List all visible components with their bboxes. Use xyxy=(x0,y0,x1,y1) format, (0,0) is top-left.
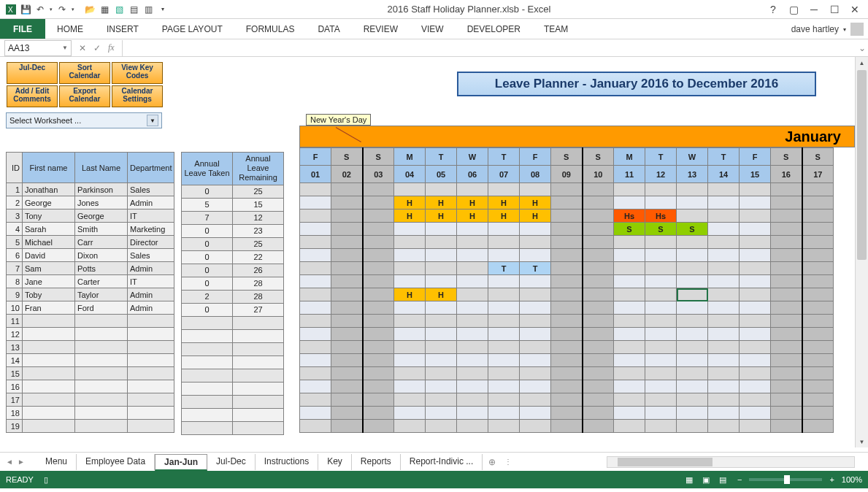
calendar-cell[interactable] xyxy=(520,380,551,393)
calendar-cell[interactable] xyxy=(520,315,551,328)
leave-row[interactable]: 026 xyxy=(182,264,284,277)
cell[interactable] xyxy=(128,393,174,407)
calendar-cell[interactable] xyxy=(551,301,583,315)
calendar-cell[interactable] xyxy=(363,236,394,249)
calendar-cell[interactable] xyxy=(677,236,708,249)
leave-row[interactable] xyxy=(182,408,284,421)
date-header[interactable]: 07 xyxy=(488,166,520,183)
cell[interactable]: 0 xyxy=(182,237,233,250)
redo-dropdown-icon[interactable]: ▾ xyxy=(70,3,76,16)
date-header[interactable]: 06 xyxy=(457,166,488,183)
calendar-cell[interactable] xyxy=(802,236,834,249)
undo-dropdown-icon[interactable]: ▾ xyxy=(48,3,54,16)
date-header[interactable]: 12 xyxy=(645,166,677,183)
calendar-cell[interactable] xyxy=(426,315,457,328)
calendar-cell[interactable] xyxy=(394,275,426,288)
cell[interactable] xyxy=(128,380,174,393)
calendar-cell[interactable] xyxy=(740,354,771,367)
calendar-cell[interactable] xyxy=(488,380,520,393)
tab-review[interactable]: REVIEW xyxy=(352,19,410,39)
calendar-cell[interactable] xyxy=(457,236,488,249)
day-header[interactable]: F xyxy=(740,148,771,166)
calendar-cell[interactable] xyxy=(802,328,834,341)
calendar-cell[interactable] xyxy=(300,380,331,393)
cell[interactable]: 0 xyxy=(182,264,233,277)
calendar-cell[interactable] xyxy=(645,393,677,407)
day-header[interactable]: W xyxy=(677,148,708,166)
calendar-cell[interactable] xyxy=(457,380,488,393)
calendar-cell[interactable]: H xyxy=(520,210,551,223)
calendar-cell[interactable] xyxy=(802,301,834,315)
calendar-row[interactable] xyxy=(300,301,834,315)
calendar-cell[interactable] xyxy=(771,249,802,262)
cell[interactable] xyxy=(23,420,75,433)
calendar-cell[interactable]: H xyxy=(457,210,488,223)
calendar-cell[interactable] xyxy=(363,275,394,288)
calendar-row[interactable] xyxy=(300,315,834,328)
calendar-cell[interactable]: H xyxy=(394,196,426,210)
cell[interactable] xyxy=(233,408,284,421)
calendar-cell[interactable] xyxy=(300,328,331,341)
calendar-cell[interactable] xyxy=(331,380,363,393)
calendar-cell[interactable] xyxy=(677,275,708,288)
calendar-cell[interactable] xyxy=(771,236,802,249)
calendar-cell[interactable] xyxy=(426,328,457,341)
calendar-cell[interactable] xyxy=(802,367,834,380)
calendar-grid[interactable]: FSSMTWTFSSMTWTFSS 0102030405060708091011… xyxy=(299,147,834,433)
calendar-cell[interactable] xyxy=(488,301,520,315)
staff-row[interactable]: 9TobyTaylorAdmin xyxy=(7,288,174,301)
calendar-cell[interactable] xyxy=(331,262,363,275)
cell[interactable]: 9 xyxy=(7,288,23,301)
staff-row[interactable]: 18 xyxy=(7,407,174,420)
date-header[interactable]: 09 xyxy=(551,166,583,183)
calendar-row[interactable]: SSS xyxy=(300,223,834,236)
calendar-cell[interactable] xyxy=(740,380,771,393)
staff-header[interactable]: First name xyxy=(23,153,75,183)
calendar-cell[interactable] xyxy=(300,341,331,354)
maximize-icon[interactable]: ☐ xyxy=(826,2,843,17)
calendar-cell[interactable] xyxy=(488,223,520,236)
date-header[interactable]: 05 xyxy=(426,166,457,183)
calendar-cell[interactable] xyxy=(708,328,740,341)
name-box-dropdown-icon[interactable]: ▼ xyxy=(62,45,68,51)
calendar-cell[interactable] xyxy=(708,288,740,301)
calendar-cell[interactable] xyxy=(740,183,771,196)
calendar-cell[interactable] xyxy=(645,288,677,301)
open-icon[interactable]: 📂 xyxy=(83,3,96,16)
page-break-view-icon[interactable]: ▤ xyxy=(715,475,730,485)
calendar-cell[interactable] xyxy=(394,380,426,393)
calendar-cell[interactable]: T xyxy=(488,262,520,275)
sheet-tab-key[interactable]: Key xyxy=(318,454,352,470)
zoom-value[interactable]: 100% xyxy=(842,475,862,484)
calendar-cell[interactable] xyxy=(802,196,834,210)
cell[interactable]: 17 xyxy=(7,393,23,407)
calendar-cell[interactable] xyxy=(488,354,520,367)
cell[interactable]: Parkinson xyxy=(75,183,128,196)
cell[interactable] xyxy=(182,342,233,355)
quickprint-icon[interactable]: ▧ xyxy=(112,3,126,16)
calendar-cell[interactable] xyxy=(645,341,677,354)
calendar-cell[interactable] xyxy=(708,210,740,223)
calendar-cell[interactable] xyxy=(677,407,708,420)
calendar-cell[interactable] xyxy=(551,183,583,196)
cell[interactable] xyxy=(75,420,128,433)
calendar-cell[interactable] xyxy=(488,315,520,328)
horizontal-scrollbar[interactable] xyxy=(607,456,855,468)
cell[interactable]: 18 xyxy=(7,407,23,420)
calendar-cell[interactable] xyxy=(771,288,802,301)
sheet-tab-employee-data[interactable]: Employee Data xyxy=(77,454,155,470)
calendar-cell[interactable] xyxy=(457,367,488,380)
cell[interactable]: 26 xyxy=(233,264,284,277)
day-header[interactable]: M xyxy=(614,148,645,166)
calendar-cell[interactable] xyxy=(802,393,834,407)
cell[interactable]: Admin xyxy=(128,196,174,210)
calendar-cell[interactable] xyxy=(614,420,645,433)
calendar-cell[interactable] xyxy=(300,183,331,196)
vertical-scrollbar[interactable]: ▲ ▼ xyxy=(855,57,868,447)
staff-row[interactable]: 2GeorgeJonesAdmin xyxy=(7,196,174,210)
day-header[interactable]: F xyxy=(300,148,331,166)
calendar-cell[interactable] xyxy=(551,288,583,301)
day-header[interactable]: S xyxy=(583,148,614,166)
leave-row[interactable]: 228 xyxy=(182,290,284,303)
cell[interactable] xyxy=(75,354,128,367)
